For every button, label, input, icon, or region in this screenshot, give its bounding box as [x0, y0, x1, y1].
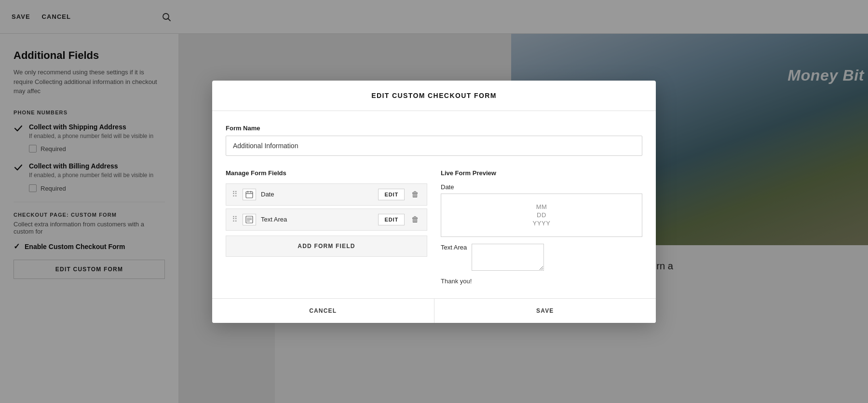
preview-date-yyyy: YYYY — [533, 220, 551, 227]
preview-textarea[interactable] — [472, 244, 544, 271]
preview-date-box: MM DD YYYY — [441, 194, 642, 237]
textarea-edit-button[interactable]: EDIT — [378, 214, 405, 225]
live-preview-col: Live Form Preview Date MM DD YYYY Text A… — [441, 169, 642, 285]
field-row-date: ⠿ Date EDIT 🗑 — [226, 183, 427, 206]
field-row-textarea: ⠿ Text Area EDIT 🗑 — [226, 208, 427, 231]
form-fields-row: Manage Form Fields ⠿ — [226, 169, 642, 285]
textarea-delete-button[interactable]: 🗑 — [409, 215, 421, 224]
textarea-field-name: Text Area — [261, 216, 373, 223]
modal-footer: CANCEL SAVE — [212, 298, 656, 323]
textarea-field-icon — [243, 214, 256, 225]
drag-handle-date[interactable]: ⠿ — [232, 190, 238, 199]
modal-overlay: EDIT CUSTOM CHECKOUT FORM Form Name Mana… — [0, 0, 868, 403]
modal-body: Form Name Manage Form Fields ⠿ — [212, 111, 656, 298]
manage-fields-title: Manage Form Fields — [226, 169, 427, 177]
calendar-icon — [245, 191, 253, 198]
preview-date-label: Date — [441, 183, 642, 191]
form-name-input[interactable] — [226, 136, 642, 156]
date-delete-button[interactable]: 🗑 — [409, 190, 421, 199]
form-name-label: Form Name — [226, 125, 642, 132]
preview-textarea-row: Text Area — [441, 244, 642, 271]
manage-fields-col: Manage Form Fields ⠿ — [226, 169, 427, 285]
modal-cancel-button[interactable]: CANCEL — [212, 299, 434, 323]
modal-title: EDIT CUSTOM CHECKOUT FORM — [371, 92, 497, 99]
textarea-icon — [245, 216, 253, 223]
add-form-field-button[interactable]: ADD FORM FIELD — [226, 236, 427, 257]
date-field-icon — [243, 189, 256, 200]
preview-date-mm: MM — [536, 203, 547, 210]
preview-date-dd: DD — [537, 211, 546, 219]
preview-thank-you: Thank you! — [441, 278, 642, 285]
form-name-section: Form Name — [226, 125, 642, 156]
edit-custom-checkout-modal: EDIT CUSTOM CHECKOUT FORM Form Name Mana… — [212, 81, 656, 323]
drag-handle-textarea[interactable]: ⠿ — [232, 215, 238, 224]
date-field-name: Date — [261, 191, 373, 198]
modal-save-button[interactable]: SAVE — [434, 299, 656, 323]
live-preview-title: Live Form Preview — [441, 169, 642, 177]
modal-header: EDIT CUSTOM CHECKOUT FORM — [212, 81, 656, 111]
date-edit-button[interactable]: EDIT — [378, 189, 405, 200]
preview-textarea-label: Text Area — [441, 244, 467, 251]
svg-rect-5 — [246, 192, 253, 198]
